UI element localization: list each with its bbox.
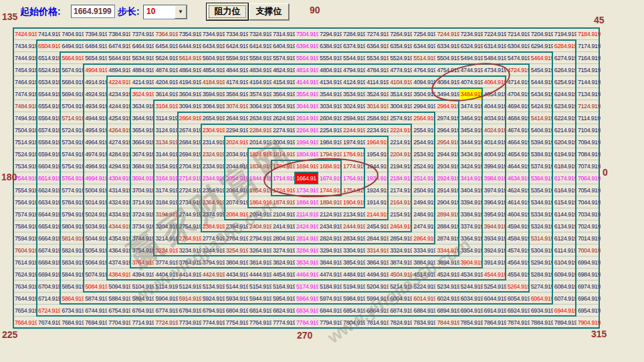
gann-cell[interactable]: 2084.9199	[225, 208, 249, 220]
gann-cell[interactable]: 6324.9199	[459, 40, 484, 51]
gann-cell[interactable]: 1674.9199	[318, 172, 342, 184]
gann-cell[interactable]: 6514.9199	[37, 52, 61, 63]
gann-cell-selected[interactable]: 3484.9199	[459, 88, 484, 100]
gann-cell[interactable]: 7734.9199	[178, 317, 202, 328]
gann-cell[interactable]: 5344.9199	[530, 196, 554, 208]
gann-cell[interactable]: 6854.9199	[342, 305, 366, 316]
gann-cell[interactable]: 4704.9199	[506, 88, 530, 100]
gann-cell[interactable]: 4454.9199	[272, 268, 296, 280]
gann-cell[interactable]: 4184.9199	[201, 76, 225, 87]
gann-cell[interactable]: 3234.9199	[178, 244, 202, 256]
gann-cell[interactable]: 2544.9199	[412, 136, 436, 148]
gann-cell[interactable]: 7594.9199	[13, 232, 37, 244]
gann-cell[interactable]: 5464.9199	[530, 52, 554, 63]
gann-cell[interactable]: 7814.9199	[365, 317, 389, 328]
gann-cell[interactable]: 4304.9199	[107, 172, 131, 184]
gann-cell[interactable]: 5704.9199	[60, 100, 84, 112]
gann-cell[interactable]: 6224.9199	[553, 112, 577, 124]
gann-cell[interactable]: 5144.9199	[225, 281, 249, 292]
gann-cell[interactable]: 7454.9199	[13, 64, 37, 75]
gann-cell[interactable]: 3064.9199	[248, 100, 272, 112]
gann-cell[interactable]: 6614.9199	[37, 172, 61, 184]
gann-cell[interactable]: 6524.9199	[37, 64, 61, 75]
gann-cell[interactable]: 2164.9199	[389, 196, 413, 208]
gann-cell[interactable]: 3164.9199	[154, 172, 178, 184]
gann-cell[interactable]: 6864.9199	[365, 305, 389, 316]
gann-cell[interactable]: 2634.9199	[248, 112, 272, 124]
gann-cell[interactable]: 6894.9199	[435, 305, 459, 316]
gann-cell[interactable]: 2324.9199	[201, 148, 225, 160]
gann-cell[interactable]: 2094.9199	[248, 208, 272, 220]
gann-cell[interactable]: 3394.9199	[459, 196, 484, 208]
gann-cell[interactable]: 2074.9199	[225, 196, 249, 208]
gann-cell[interactable]: 6704.9199	[37, 281, 61, 292]
gann-cell[interactable]: 7514.9199	[13, 136, 37, 148]
gann-cell[interactable]: 2394.9199	[225, 220, 249, 232]
gann-cell[interactable]: 7604.9199	[13, 244, 37, 256]
gann-cell[interactable]: 7704.9199	[107, 317, 131, 328]
gann-cell[interactable]: 5284.9199	[530, 268, 554, 280]
gann-cell[interactable]: 4114.9199	[365, 76, 389, 87]
gann-cell[interactable]: 7384.9199	[107, 28, 131, 39]
gann-cell[interactable]: 3294.9199	[318, 244, 342, 256]
gann-cell[interactable]: 3874.9199	[389, 256, 413, 268]
gann-cell[interactable]: 4324.9199	[107, 196, 131, 208]
gann-cell[interactable]: 7164.9199	[576, 52, 601, 63]
gann-cell[interactable]: 6744.9199	[84, 305, 108, 316]
gann-cell[interactable]: 3814.9199	[248, 256, 272, 268]
gann-cell[interactable]: 1864.9199	[248, 196, 272, 208]
gann-cell[interactable]: 7854.9199	[459, 317, 484, 328]
gann-cell[interactable]: 4174.9199	[225, 76, 249, 87]
gann-cell[interactable]: 5474.9199	[506, 52, 530, 63]
gann-cell[interactable]: 7134.9199	[576, 88, 601, 100]
gann-cell[interactable]: 5774.9199	[60, 184, 84, 196]
gann-cell[interactable]: 3244.9199	[201, 244, 225, 256]
gann-cell[interactable]: 4254.9199	[107, 112, 131, 124]
gann-cell[interactable]: 6494.9199	[60, 40, 84, 51]
gann-cell[interactable]: 2014.9199	[248, 136, 272, 148]
gann-cell[interactable]: 6164.9199	[553, 184, 577, 196]
gann-cell[interactable]: 1754.9199	[342, 184, 366, 196]
gann-cell[interactable]: 5064.9199	[84, 256, 108, 268]
gann-cell[interactable]: 6504.9199	[37, 40, 61, 51]
gann-cell[interactable]: 3944.9199	[483, 220, 507, 232]
gann-cell[interactable]: 4094.9199	[412, 76, 436, 87]
gann-cell[interactable]: 5874.9199	[84, 293, 108, 304]
gann-cell[interactable]: 3504.9199	[412, 88, 436, 100]
gann-cell[interactable]: 6404.9199	[272, 40, 296, 51]
gann-cell[interactable]: 5004.9199	[84, 184, 108, 196]
gann-cell[interactable]: 6714.9199	[37, 293, 61, 304]
gann-cell[interactable]: 7354.9199	[178, 28, 202, 39]
gann-cell[interactable]: 6334.9199	[435, 40, 459, 51]
gann-cell[interactable]: 4854.9199	[201, 64, 225, 75]
gann-cell[interactable]: 6134.9199	[553, 220, 577, 232]
gann-cell[interactable]: 5114.9199	[154, 281, 178, 292]
gann-cell[interactable]: 7424.9199	[13, 28, 37, 39]
gann-cell[interactable]: 5724.9199	[60, 124, 84, 136]
gann-cell[interactable]: 3764.9199	[130, 256, 154, 268]
gann-cell[interactable]: 4904.9199	[84, 64, 108, 75]
gann-cell[interactable]: 2144.9199	[365, 208, 389, 220]
gann-cell[interactable]: 4944.9199	[84, 112, 108, 124]
gann-cell[interactable]: 4754.9199	[435, 64, 459, 75]
gann-cell[interactable]: 2104.9199	[272, 208, 296, 220]
gann-cell[interactable]: 1964.9199	[365, 136, 389, 148]
gann-cell[interactable]: 3594.9199	[201, 88, 225, 100]
gann-cell[interactable]: 3214.9199	[154, 232, 178, 244]
gann-cell[interactable]: 6384.9199	[318, 40, 342, 51]
gann-cell[interactable]: 5684.9199	[60, 76, 84, 87]
gann-cell[interactable]: 1714.9199	[272, 172, 296, 184]
gann-cell[interactable]: 5794.9199	[60, 208, 84, 220]
gann-cell[interactable]: 5744.9199	[60, 148, 84, 160]
gann-cell[interactable]: 4804.9199	[318, 64, 342, 75]
gann-cell[interactable]: 2824.9199	[318, 232, 342, 244]
gann-cell[interactable]: 2934.9199	[435, 160, 459, 172]
gann-cell[interactable]: 7414.9199	[37, 28, 61, 39]
gann-cell[interactable]: 1894.9199	[318, 196, 342, 208]
gann-cell[interactable]: 5784.9199	[60, 196, 84, 208]
gann-cell[interactable]: 2264.9199	[295, 124, 319, 136]
gann-cell[interactable]: 4044.9199	[483, 100, 507, 112]
gann-cell[interactable]: 6594.9199	[37, 148, 61, 160]
gann-cell[interactable]: 7694.9199	[84, 317, 108, 328]
gann-cell[interactable]: 6824.9199	[272, 305, 296, 316]
